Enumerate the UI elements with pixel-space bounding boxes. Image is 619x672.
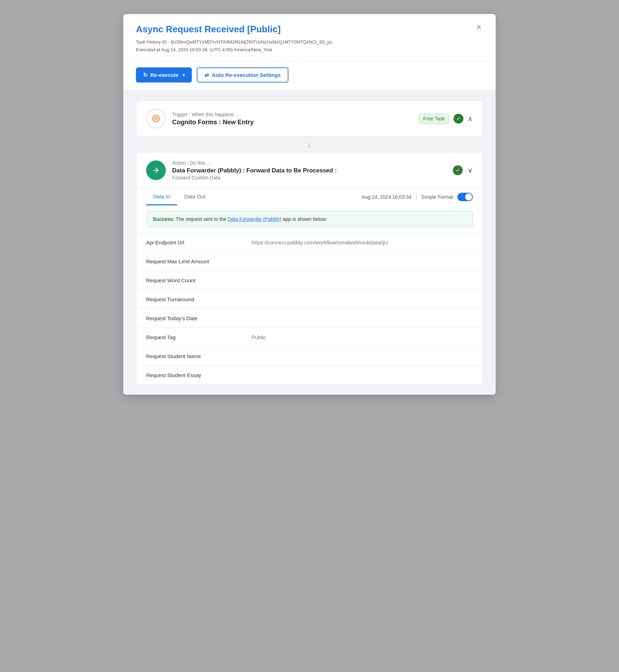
trigger-collapse-button[interactable]: ∧ <box>468 114 473 123</box>
trigger-icon-container <box>146 109 166 129</box>
data-value: https://connect.pabbly.com/workflow/send… <box>252 239 473 245</box>
modal: Async Request Received [Public] Task His… <box>123 14 496 395</box>
action-header: Action : Do this ... Data Forwarder (Pab… <box>136 152 483 188</box>
reexecute-label: Re-execute <box>150 72 178 78</box>
modal-actions: ↻ Re-execute ▾ ⇄ Auto Re-execution Setti… <box>123 61 496 91</box>
data-key: Request Today's Date <box>146 315 245 321</box>
tabs-right: Aug 14, 2024 16:03:34 | Simple Format <box>362 193 473 201</box>
close-button[interactable]: × <box>475 22 483 32</box>
checkmark-icon: ✓ <box>456 116 461 122</box>
action-left: Action : Do this ... Data Forwarder (Pab… <box>146 160 337 180</box>
data-key: Request Student Name <box>146 353 245 359</box>
simple-format-toggle[interactable] <box>457 193 473 201</box>
modal-title: Async Request Received [Public] <box>136 24 332 35</box>
svg-point-2 <box>154 118 155 119</box>
data-key: Request Student Essay <box>146 372 245 378</box>
dropdown-arrow-icon: ▾ <box>183 73 185 78</box>
action-icon-container <box>146 160 166 180</box>
tab-data-in[interactable]: Data In <box>146 189 177 205</box>
action-sub: Forward Custom Data <box>172 175 337 180</box>
trigger-text: Trigger : When this happens ... Cognito … <box>172 112 254 126</box>
action-text: Action : Do this ... Data Forwarder (Pab… <box>172 160 337 180</box>
auto-re-icon: ⇄ <box>204 72 209 78</box>
modal-body: Trigger : When this happens ... Cognito … <box>123 91 496 395</box>
table-row: Request Student Name <box>136 347 483 366</box>
svg-point-1 <box>154 117 155 118</box>
modal-header-left: Async Request Received [Public] Task His… <box>136 24 332 54</box>
tabs-bar: Data In Data Out Aug 14, 2024 16:03:34 |… <box>136 188 483 205</box>
trigger-name: Cognito Forms : New Entry <box>172 119 254 126</box>
modal-overlay: Async Request Received [Public] Task His… <box>0 0 619 672</box>
trigger-right: Free Task ✓ ∧ <box>419 114 473 124</box>
trigger-label: Trigger : When this happens ... <box>172 112 254 117</box>
data-key: Request Max Limit Amount <box>146 258 245 264</box>
action-checkmark-icon: ✓ <box>456 167 460 173</box>
reexecute-button[interactable]: ↻ Re-execute ▾ <box>136 67 192 83</box>
table-row: Request Max Limit Amount <box>136 252 483 271</box>
action-label: Action : Do this ... <box>172 160 337 166</box>
timestamp-label: Aug 14, 2024 16:03:34 <box>362 194 412 200</box>
table-row: Api Endpoint Urlhttps://connect.pabbly.c… <box>136 233 483 252</box>
action-right: ✓ ∨ <box>453 165 473 175</box>
table-row: Request TagPublic <box>136 328 483 347</box>
data-key: Request Turnaround <box>146 296 245 302</box>
auto-reexecution-button[interactable]: ⇄ Auto Re-execution Settings <box>197 67 288 83</box>
svg-point-3 <box>154 119 155 120</box>
data-value: Public <box>252 334 473 340</box>
connector-arrow: ↓ <box>136 139 483 149</box>
task-history-id: Task History ID - IjU3NmQwNTY1MDYzNTA0M2… <box>136 38 332 46</box>
separator: | <box>416 194 417 200</box>
tab-data-out[interactable]: Data Out <box>177 189 212 205</box>
success-banner: Success: The request sent to the Data Fo… <box>146 211 473 227</box>
success-text2: app is shown below: <box>281 216 327 222</box>
modal-header: Async Request Received [Public] Task His… <box>123 14 496 61</box>
action-status-icon: ✓ <box>453 165 463 175</box>
trigger-left: Trigger : When this happens ... Cognito … <box>146 109 254 129</box>
table-row: Request Word Count <box>136 271 483 290</box>
table-row: Request Turnaround <box>136 290 483 309</box>
data-key: Request Word Count <box>146 277 245 283</box>
data-key: Request Tag <box>146 334 245 340</box>
success-text: The request sent to the <box>174 216 228 222</box>
free-task-badge: Free Task <box>419 114 449 124</box>
modal-meta: Task History ID - IjU3NmQwNTY1MDYzNTA0M2… <box>136 38 332 54</box>
table-row: Request Today's Date <box>136 309 483 328</box>
toggle-container <box>457 193 473 201</box>
success-bold: Success: <box>153 216 174 222</box>
down-arrow-icon: ↓ <box>307 139 312 149</box>
action-name: Data Forwarder (Pabbly) : Forward Data t… <box>172 167 337 174</box>
success-link[interactable]: Data Forwarder (Pabbly) <box>228 216 281 222</box>
data-key: Api Endpoint Url <box>146 239 245 245</box>
auto-re-label: Auto Re-execution Settings <box>212 72 281 78</box>
cognito-forms-icon <box>150 113 162 124</box>
trigger-card: Trigger : When this happens ... Cognito … <box>136 101 483 137</box>
data-table: Api Endpoint Urlhttps://connect.pabbly.c… <box>136 233 483 384</box>
table-row: Request Student Essay <box>136 366 483 384</box>
data-forwarder-icon <box>151 165 161 176</box>
tabs-left: Data In Data Out <box>146 189 212 205</box>
refresh-icon: ↻ <box>143 72 148 78</box>
executed-at: Executed at Aug 14, 2024 16:03:34, (UTC-… <box>136 46 332 54</box>
trigger-status-icon: ✓ <box>454 114 463 124</box>
action-card: Action : Do this ... Data Forwarder (Pab… <box>136 152 483 385</box>
action-collapse-button[interactable]: ∨ <box>468 166 473 174</box>
format-label: Simple Format <box>421 194 453 200</box>
